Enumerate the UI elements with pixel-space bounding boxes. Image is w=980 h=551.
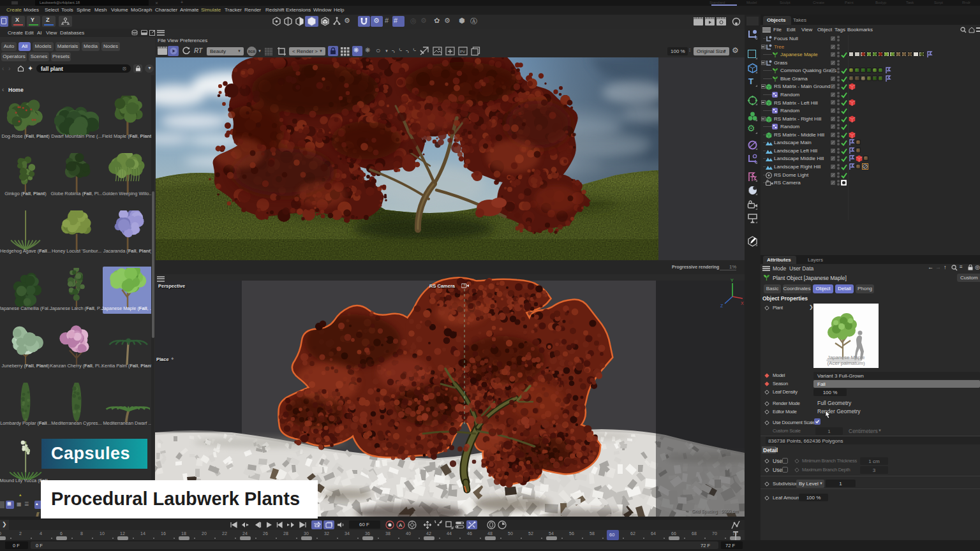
svg-text:Japanese Maple: Japanese Maple [828,355,865,360]
svg-text:(Acer palmatum): (Acer palmatum) [827,360,865,366]
svg-text:Z: Z [720,304,724,308]
svg-text:PV: PV [460,50,465,54]
svg-text:X: X [741,301,744,305]
svg-text:Y: Y [731,278,734,283]
svg-text:A: A [399,522,403,528]
